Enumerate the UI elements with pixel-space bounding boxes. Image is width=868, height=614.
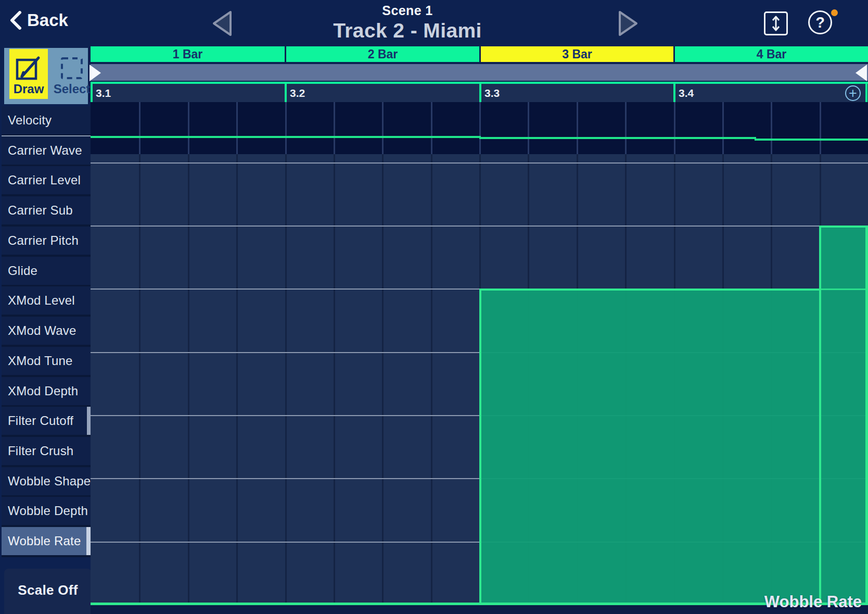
sidebar-item-xmod-wave[interactable]: XMod Wave [2,317,92,345]
sidebar-item-xmod-depth[interactable]: XMod Depth [2,377,92,405]
scale-button[interactable]: Scale Off [4,569,92,614]
scroll-handle-left-icon[interactable] [88,63,102,83]
automation-editor-screen: Back Scene 1 Track 2 - Miami ? [0,0,868,614]
automation-grid[interactable] [91,102,868,605]
grid-vline [382,154,384,605]
grid-hline [91,162,868,164]
bar-segment-4[interactable]: 4 Bar [675,46,868,62]
help-label: ? [815,14,825,31]
sidebar-item-label: Velocity [8,106,52,134]
grid-vline-lane [479,102,481,154]
beat-ruler: + 3.13.23.33.4 [91,84,868,102]
grid-vline-lane [382,102,384,154]
select-tool-button[interactable]: Select [52,49,92,99]
automation-step[interactable] [819,225,868,605]
sidebar-item-filter-cutoff[interactable]: Filter Cutoff [2,407,92,435]
grid-vline-lane [139,102,141,154]
prev-triangle-icon [210,9,233,37]
draw-tool-button[interactable]: Draw [9,49,48,99]
select-tool-label: Select [52,82,92,96]
grid-vline [236,154,238,605]
scroll-handle-right-icon[interactable] [854,63,868,83]
parameter-list: VelocityCarrier WaveCarrier LevelCarrier… [2,106,92,557]
next-triangle-icon [617,9,640,37]
sidebar-item-filter-crush[interactable]: Filter Crush [2,437,92,465]
automation-step[interactable] [479,289,819,605]
beat-label: 3.2 [290,87,305,99]
sidebar-item-label: Wobble Rate [8,527,81,555]
beat-label: 3.3 [484,87,500,99]
sidebar-item-wobble-rate[interactable]: Wobble Rate [2,527,92,555]
grid-vline-lane [625,102,627,154]
next-track-button[interactable] [617,9,640,37]
beat-label: 3.1 [96,87,111,99]
sidebar-item-carrier-pitch[interactable]: Carrier Pitch [2,227,92,255]
velocity-line-step [755,137,756,141]
grid-vline-lane [188,102,189,154]
sidebar-item-wobble-shape[interactable]: Wobble Shape [2,467,92,495]
back-button[interactable]: Back [9,10,68,30]
add-bar-button[interactable]: + [845,85,861,101]
grid-vline-lane [577,102,578,154]
grid-vline-lane [285,102,287,154]
velocity-line[interactable] [91,136,479,138]
sidebar-item-label: Filter Crush [8,437,73,465]
expand-button[interactable] [764,11,788,35]
sidebar-item-label: XMod Wave [8,317,76,345]
help-button[interactable]: ? [808,10,832,34]
grid-vline-lane [820,102,821,154]
marquee-select-icon [58,54,85,81]
velocity-line[interactable] [755,139,868,141]
beat-tick [865,84,867,102]
automation-level-line [819,289,868,290]
grid-bottom-strip [91,605,868,614]
grid-vline [285,154,287,605]
sidebar-item-label: XMod Level [8,286,75,315]
grid-vline-lane [431,102,432,154]
grid-vline-lane [722,102,724,154]
scale-button-label: Scale Off [18,582,78,598]
beat-label: 3.4 [679,87,694,99]
sidebar-item-label: Carrier Sub [8,196,73,224]
bar-segment-2[interactable]: 2 Bar [286,46,479,62]
lane-watermark: Wobble Rate [764,593,862,611]
back-label: Back [27,10,68,30]
prev-track-button[interactable] [210,9,233,37]
sidebar-item-velocity[interactable]: Velocity [2,106,92,134]
grid-vline-lane [771,102,772,154]
beat-tick [673,84,675,102]
grid-vline-lane [528,102,529,154]
grid-vline [334,154,335,605]
sidebar-item-label: Filter Cutoff [8,407,73,435]
sidebar-item-label: Carrier Pitch [8,227,79,255]
bar-segment-3[interactable]: 3 Bar [481,46,673,62]
sidebar-item-label: Wobble Depth [8,497,88,525]
sidebar-item-label: Carrier Wave [8,136,82,165]
grid-hline [91,225,868,227]
grid-vline-lane [674,102,675,154]
sidebar-item-label: Wobble Shape [8,467,91,495]
sidebar-item-carrier-sub[interactable]: Carrier Sub [2,196,92,224]
sidebar-item-glide[interactable]: Glide [2,257,92,285]
grid-vline [431,154,432,605]
sidebar-item-label: XMod Depth [8,377,78,405]
back-chevron-icon [9,11,22,30]
sidebar-item-label: XMod Tune [8,347,73,375]
track-title: Track 2 - Miami [303,19,512,42]
sidebar-item-carrier-wave[interactable]: Carrier Wave [2,136,92,165]
sidebar-item-xmod-level[interactable]: XMod Level [2,286,92,315]
draw-tool-label: Draw [9,82,48,96]
sidebar-item-wobble-depth[interactable]: Wobble Depth [2,497,92,525]
velocity-line[interactable] [479,137,755,139]
notification-dot [831,9,838,16]
sidebar-item-label: Glide [8,257,37,285]
resize-vertical-icon [765,13,786,34]
scrollbar-thumb[interactable] [91,64,868,81]
bar-segment-1[interactable]: 1 Bar [91,46,285,62]
sidebar-item-xmod-tune[interactable]: XMod Tune [2,347,92,375]
sidebar-item-carrier-level[interactable]: Carrier Level [2,166,92,194]
beat-tick [285,84,287,102]
scene-label: Scene 1 [303,3,512,18]
tool-panel: Draw Select [4,48,88,104]
velocity-line-step [479,136,481,139]
